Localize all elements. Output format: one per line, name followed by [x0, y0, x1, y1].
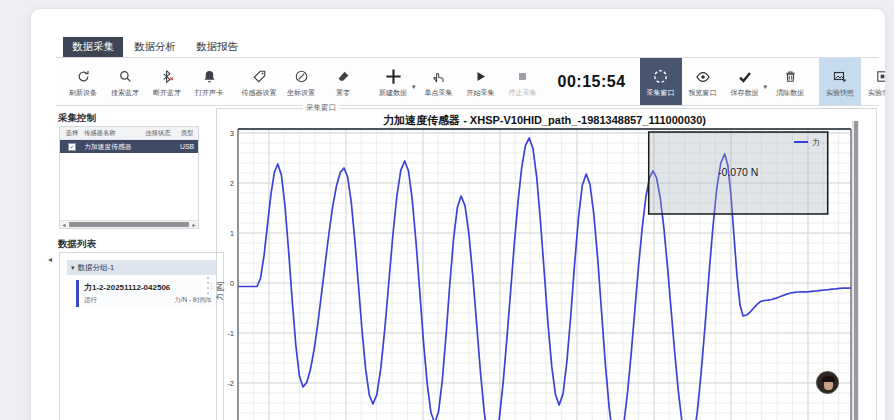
assistant-avatar[interactable] — [816, 371, 839, 394]
toolbar-label: 打开声卡 — [195, 89, 223, 96]
sidebar-collapse-handle[interactable]: ◂ — [48, 255, 52, 264]
sensor-type: USB — [176, 143, 198, 150]
bluetooth-off-icon — [160, 68, 175, 86]
preview-window-button[interactable]: 预览窗口 — [682, 58, 724, 105]
svg-text:-2: -2 — [228, 380, 234, 387]
collect-control-title: 采集控制 — [58, 112, 96, 125]
toolbar-label: 传感器设置 — [242, 89, 277, 96]
tab-data-collection[interactable]: 数据采集 — [63, 37, 123, 58]
collection-window-frame-label: 采集窗口 — [303, 103, 339, 113]
compass-edit-icon — [294, 68, 309, 86]
sensor-table-hscrollbar[interactable]: ◄ ► — [60, 220, 198, 228]
eye-icon — [695, 68, 711, 86]
toolbar-label: 单点采集 — [425, 89, 453, 96]
svg-text:力 [N]: 力 [N] — [216, 281, 224, 300]
item-menu-icon[interactable]: ⋮ — [208, 282, 215, 290]
vscroll-thumb[interactable] — [854, 121, 858, 420]
svg-text:力: 力 — [812, 138, 820, 147]
chart-vscrollbar[interactable] — [852, 121, 859, 420]
coordinate-settings-button[interactable]: 坐标设置 — [280, 58, 322, 105]
refresh-device-button[interactable]: 刷新设备 — [62, 58, 104, 105]
tab-data-report[interactable]: 数据报告 — [187, 37, 247, 58]
item-accent-bar — [76, 280, 79, 307]
col-connect-status: 连接状态 — [140, 129, 176, 138]
toolbar-label: 采集窗口 — [647, 89, 675, 96]
toolbar-label: 实验快照 — [826, 89, 854, 96]
single-point-collect-button[interactable]: 单点采集 — [418, 58, 460, 105]
sensor-name: 力加速度传感器 — [84, 142, 140, 152]
svg-text:0: 0 — [230, 280, 234, 287]
svg-text:1: 1 — [230, 230, 234, 237]
stop-collect-button[interactable]: 停止采集 — [502, 58, 544, 105]
item-axes: 力/N - 时间/s — [174, 296, 211, 305]
save-data-button[interactable]: 保存数据 — [724, 58, 766, 105]
group-label: 数据分组-1 — [78, 263, 115, 273]
snapshot-icon — [832, 68, 848, 86]
avatar-hair — [822, 376, 835, 382]
item-title: 力1-2-20251112-042506 — [84, 282, 211, 293]
col-select: 选择 — [60, 129, 84, 138]
record-icon — [875, 68, 886, 86]
new-data-button[interactable]: 新建数据 — [372, 58, 414, 105]
collection-timer: 00:15:54 — [558, 73, 626, 91]
zero-eraser-icon — [336, 68, 351, 86]
toolbar-label: 搜索蓝牙 — [111, 89, 139, 96]
toolbar-label: 停止采集 — [509, 89, 537, 96]
main-tabbar: 数据采集 数据分析 数据报告 — [63, 37, 247, 58]
tab-data-analysis[interactable]: 数据分析 — [125, 37, 185, 58]
svg-text:2: 2 — [230, 180, 234, 187]
open-soundcard-button[interactable]: 打开声卡 — [188, 58, 230, 105]
sensor-settings-button[interactable]: 传感器设置 — [238, 58, 280, 105]
sensor-table: 选择 传感器名称 连接状态 类型 ✓ 力加速度传感器 USB ◄ ► — [59, 126, 199, 229]
force-time-chart[interactable]: 3210-1-2力 [N]-0.070 N力 — [216, 121, 866, 420]
toolbar-label: 刷新设备 — [69, 89, 97, 96]
refresh-icon — [76, 68, 91, 86]
toolbar-label: 实验录制 — [868, 89, 886, 96]
toolbar-label: 断开蓝牙 — [153, 89, 181, 96]
col-type: 类型 — [176, 129, 198, 138]
toolbar-label: 清除数据 — [776, 89, 804, 96]
disconnect-bluetooth-button[interactable]: 断开蓝牙 — [146, 58, 188, 105]
toolbar-label: 新建数据 — [379, 89, 407, 96]
svg-text:3: 3 — [230, 130, 234, 137]
data-list-title: 数据列表 — [58, 238, 96, 251]
data-group-row[interactable]: ▾ 数据分组-1 — [67, 260, 217, 275]
plus-icon — [384, 68, 403, 86]
collection-window-button[interactable]: 采集窗口 — [640, 58, 682, 105]
bell-icon — [202, 68, 217, 86]
scroll-right-icon[interactable]: ► — [190, 222, 198, 228]
panel-splitter[interactable] — [207, 277, 209, 294]
clear-data-button[interactable]: 清除数据 — [769, 58, 811, 105]
col-sensor-name: 传感器名称 — [84, 129, 140, 138]
play-icon — [473, 68, 488, 86]
sensor-checkbox[interactable]: ✓ — [68, 143, 75, 151]
toolbar-label: 置零 — [336, 89, 350, 96]
sensor-table-header: 选择 传感器名称 连接状态 类型 — [60, 127, 198, 140]
group-expand-icon[interactable]: ▾ — [71, 264, 75, 272]
sensor-row[interactable]: ✓ 力加速度传感器 USB — [60, 140, 198, 153]
hscroll-thumb[interactable] — [69, 222, 189, 227]
app-window: 数据采集 数据分析 数据报告 刷新设备 搜索蓝牙 断开蓝牙 — [30, 8, 886, 420]
hand-point-icon — [431, 68, 446, 86]
item-status: 运行 — [84, 296, 97, 305]
search-icon — [118, 68, 133, 86]
check-icon — [737, 68, 753, 86]
svg-text:-0.070 N: -0.070 N — [718, 166, 758, 178]
experiment-snapshot-button[interactable]: 实验快照 — [819, 58, 861, 105]
scroll-left-icon[interactable]: ◄ — [60, 222, 68, 228]
toolbar-label: 坐标设置 — [287, 89, 315, 96]
search-bluetooth-button[interactable]: 搜索蓝牙 — [104, 58, 146, 105]
toolbar-label: 保存数据 — [731, 89, 759, 96]
sensor-tag-icon — [252, 68, 267, 86]
experiment-record-button[interactable]: 实验录制 — [861, 58, 886, 105]
dashed-circle-icon — [652, 68, 669, 86]
svg-text:-1: -1 — [228, 330, 234, 337]
set-zero-button[interactable]: 置零 — [322, 58, 364, 105]
toolbar-label: 预览窗口 — [689, 89, 717, 96]
stop-icon — [515, 68, 530, 86]
start-collect-button[interactable]: 开始采集 — [460, 58, 502, 105]
data-list-panel: ▾ 数据分组-1 力1-2-20251112-042506 运行 力/N - 时… — [59, 252, 224, 420]
toolbar: 刷新设备 搜索蓝牙 断开蓝牙 打开声卡 传感器设置 — [56, 57, 879, 106]
data-list-item[interactable]: 力1-2-20251112-042506 运行 力/N - 时间/s ⋮ — [76, 279, 217, 308]
trash-icon — [783, 68, 798, 86]
